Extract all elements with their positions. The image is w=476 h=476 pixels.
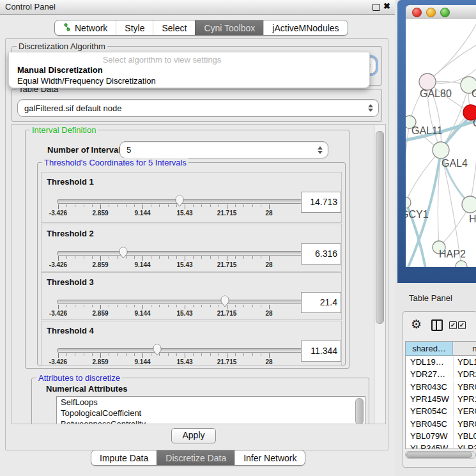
discretization-algorithm-group-title: Discretization Algorithm: [17, 42, 107, 51]
close-icon[interactable]: ✖: [383, 1, 390, 11]
slider-tick: [168, 353, 169, 356]
minimize-traffic-light[interactable]: [426, 8, 436, 17]
slider-tick-label: 2.859: [92, 358, 108, 365]
gear-icon[interactable]: ⚙: [411, 317, 422, 332]
slider-tick: [176, 353, 177, 356]
slider-tick-label: 21.715: [217, 310, 237, 317]
settings-panel-scrollbar[interactable]: [374, 125, 385, 424]
tab-network[interactable]: Network: [55, 20, 116, 35]
table-horizontal-scrollbar[interactable]: [405, 451, 476, 459]
mode-tab-infer-network[interactable]: Infer Network: [234, 450, 305, 465]
slider-tick: [109, 256, 109, 259]
slider-tick: [126, 305, 127, 307]
threshold-slider-track[interactable]: [57, 300, 326, 304]
checkbox-icon[interactable]: ✓: [449, 321, 457, 329]
slider-tick: [269, 305, 270, 309]
threshold-slider-track[interactable]: [57, 251, 326, 256]
slider-tick: [66, 256, 67, 259]
threshold-value-field[interactable]: 6.316: [301, 243, 341, 265]
slider-tick: [159, 305, 160, 307]
column-header-shared-name[interactable]: shared…: [406, 342, 453, 356]
network-node-gal4[interactable]: [433, 142, 449, 158]
threshold-value-field[interactable]: 14.713: [301, 192, 341, 213]
slider-tick: [201, 204, 202, 207]
slider-tick: [84, 204, 84, 207]
tab-jactivemnodules[interactable]: jActiveMNodules: [263, 20, 347, 35]
zoom-traffic-light[interactable]: [440, 8, 450, 17]
checkbox-icon[interactable]: ✓: [458, 321, 466, 329]
network-view-window: GAL80GACGAL11GAL4GCY1HHAP2: [397, 0, 476, 283]
right-column: GAL80GACGAL11GAL4GCY1HHAP2 Table Panel ⚙…: [395, 0, 476, 476]
attributes-list-scrollbar[interactable]: [355, 398, 364, 424]
tab-select[interactable]: Select: [153, 20, 195, 35]
table-row[interactable]: YDR27…YDR2: [406, 368, 476, 380]
table-cell-shared-name: YER054C: [406, 405, 454, 417]
slider-tick: [185, 256, 185, 261]
threshold-value-field[interactable]: 21.4: [301, 292, 341, 313]
network-edge[interactable]: [427, 19, 476, 82]
table-row[interactable]: YPR145WYPR1: [406, 393, 476, 405]
table-data-combo[interactable]: galFiltered.sif default node: [17, 99, 379, 117]
tab-cyni-toolbox[interactable]: Cyni Toolbox: [195, 20, 263, 35]
slider-tick: [142, 305, 143, 309]
threshold-slider-track[interactable]: [57, 199, 326, 204]
slider-tick: [201, 256, 202, 259]
table-row[interactable]: YBL079WYBL0: [406, 430, 476, 442]
table-panel: ⚙ ✓ ✓ shared… na YDL19…YDL1YDR27…YDR2YBR…: [403, 311, 476, 468]
network-node-h[interactable]: [462, 196, 476, 213]
slider-tick: [210, 353, 211, 356]
network-canvas[interactable]: GAL80GACGAL11GAL4GCY1HHAP2: [406, 19, 476, 267]
attribute-list-item[interactable]: BetweennessCentrality: [57, 418, 365, 424]
slider-tick-label: 15.43: [176, 310, 192, 317]
table-cell-shared-name: YDR27…: [406, 368, 454, 380]
number-of-intervals-label: Number of Intervals: [47, 145, 125, 155]
table-horizontal-scrollbar-thumb[interactable]: [406, 452, 472, 458]
algorithm-option[interactable]: Manual Discretization: [17, 65, 367, 76]
numerical-attributes-list[interactable]: SelfLoopsTopologicalCoefficientBetweenne…: [56, 396, 365, 424]
threshold-slider-thumb[interactable]: [118, 246, 128, 259]
slider-tick-label: 9.144: [134, 261, 150, 268]
table-cell-shared-name: YPR145W: [406, 393, 454, 405]
threshold-slider-thumb[interactable]: [174, 194, 185, 207]
algorithm-option[interactable]: Equal Width/Frequency Discretization: [17, 76, 367, 87]
attribute-list-item[interactable]: SelfLoops: [57, 397, 365, 408]
slider-tick: [176, 305, 177, 307]
slider-tick: [193, 353, 194, 356]
network-node-bot[interactable]: [456, 261, 467, 267]
threshold-slider-thumb[interactable]: [220, 295, 230, 307]
number-of-intervals-combo[interactable]: 5: [119, 141, 328, 158]
table-row[interactable]: YDL19…YDL1: [406, 356, 476, 368]
attributes-group-title: Attributes to discretize: [36, 373, 122, 383]
slider-tick: [151, 353, 151, 356]
table-cell-shared-name: YBL079W: [406, 430, 454, 442]
threshold-slider-track[interactable]: [57, 348, 326, 353]
tab-style[interactable]: Style: [116, 20, 153, 35]
slider-tick-label: 21.715: [217, 261, 237, 268]
columns-icon[interactable]: [431, 319, 443, 331]
table-row[interactable]: YBR045CYBR0: [406, 418, 476, 430]
slider-tick: [269, 204, 270, 209]
float-window-icon[interactable]: [372, 4, 380, 11]
slider-tick: [219, 204, 219, 207]
close-traffic-light[interactable]: [412, 8, 422, 17]
threshold-slider-thumb[interactable]: [152, 343, 162, 356]
network-node-gcy1[interactable]: [406, 197, 411, 208]
column-header-name[interactable]: na: [453, 342, 476, 356]
network-node-label: GAL11: [411, 125, 443, 136]
mode-tab-discretize-data[interactable]: Discretize Data: [157, 450, 234, 465]
slider-tick-label: -3.426: [49, 210, 67, 217]
attribute-list-item[interactable]: TopologicalCoefficient: [57, 408, 365, 418]
table-row[interactable]: YLR345WYLR3: [406, 442, 476, 449]
threshold-value-field[interactable]: 11.344: [301, 341, 341, 362]
slider-tick: [117, 256, 118, 259]
table-row[interactable]: YER054CYER0: [406, 405, 476, 417]
slider-tick: [261, 353, 261, 356]
mode-tab-impute-data[interactable]: Impute Data: [91, 450, 157, 465]
slider-tick: [269, 353, 270, 358]
table-row[interactable]: YBR043CYBR0: [406, 381, 476, 393]
settings-panel-scrollbar-thumb[interactable]: [376, 131, 384, 324]
slider-tick-label: 9.144: [134, 358, 150, 365]
apply-button[interactable]: Apply: [171, 428, 216, 443]
slider-tick: [126, 353, 127, 356]
slider-tick: [176, 256, 177, 259]
